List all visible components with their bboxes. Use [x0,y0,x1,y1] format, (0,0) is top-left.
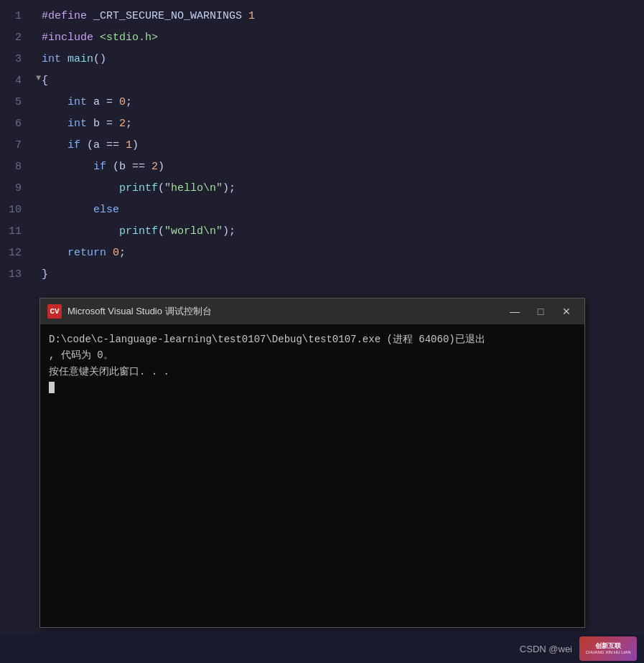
console-title: Microsoft Visual Studio 调试控制台 [67,305,498,318]
code-content: printf("world\n"); [42,221,644,243]
code-content: } [42,264,644,286]
line-number: 13 [0,264,36,286]
code-line: 13} [0,264,644,286]
line-number: 1 [0,6,36,27]
line-number: 10 [0,199,36,221]
code-content: int main() [42,49,644,70]
console-output-line: , 代码为 0。 [49,347,576,363]
code-line: 9 printf("hello\n"); [0,178,644,199]
code-content: int b = 2; [42,113,644,135]
console-app-icon: CV [47,304,62,319]
code-line: 1#define _CRT_SECURE_NO_WARNINGS 1 [0,6,644,27]
line-number: 5 [0,92,36,113]
code-line: 7 if (a == 1) [0,135,644,156]
code-editor: 1#define _CRT_SECURE_NO_WARNINGS 12#incl… [0,0,644,287]
line-number: 11 [0,221,36,243]
maximize-button[interactable]: □ [530,304,551,319]
brand-tagline: CHUANG XIN HU LIAN [585,650,630,655]
code-lines: 1#define _CRT_SECURE_NO_WARNINGS 12#incl… [0,0,644,287]
code-line: 12 return 0; [0,243,644,264]
code-line: 8 if (b == 2) [0,156,644,178]
console-window: CV Microsoft Visual Studio 调试控制台 — □ ✕ D… [39,298,585,628]
console-controls: — □ ✕ [504,304,577,319]
code-line: 11 printf("world\n"); [0,221,644,243]
code-content: int a = 0; [42,92,644,113]
code-content: #define _CRT_SECURE_NO_WARNINGS 1 [42,6,644,27]
code-content: { [42,70,644,92]
brand-name: 创新互联 [585,642,630,650]
bottom-bar: CSDN @wei 创新互联 CHUANG XIN HU LIAN [0,634,644,663]
line-number: 3 [0,49,36,70]
console-output-line: D:\code\c-language-learning\test0107\Deb… [49,332,576,347]
console-output-line: 按任意键关闭此窗口. . . [49,364,576,380]
line-number: 6 [0,113,36,135]
line-number: 12 [0,243,36,264]
code-content: printf("hello\n"); [42,178,644,199]
code-content: return 0; [42,243,644,264]
csdn-label: CSDN @wei [520,644,572,654]
code-content: if (a == 1) [42,135,644,156]
console-output: D:\code\c-language-learning\test0107\Deb… [40,324,584,627]
line-number: 8 [0,156,36,178]
code-line: 6 int b = 2; [0,113,644,135]
code-line: 2#include <stdio.h> [0,27,644,49]
console-titlebar: CV Microsoft Visual Studio 调试控制台 — □ ✕ [40,298,584,324]
code-line: 10 else [0,199,644,221]
brand-logo: 创新互联 CHUANG XIN HU LIAN [579,636,637,661]
close-button[interactable]: ✕ [556,304,577,319]
code-line: 5 int a = 0; [0,92,644,113]
line-number: 7 [0,135,36,156]
minimize-button[interactable]: — [504,304,526,319]
line-number: 4 [0,70,36,92]
code-line: 4{ [0,70,644,92]
console-cursor [49,380,576,395]
code-content: #include <stdio.h> [42,27,644,49]
line-number: 2 [0,27,36,49]
line-number: 9 [0,178,36,199]
code-content: if (b == 2) [42,156,644,178]
code-content: else [42,199,644,221]
code-line: 3▼int main() [0,49,644,70]
